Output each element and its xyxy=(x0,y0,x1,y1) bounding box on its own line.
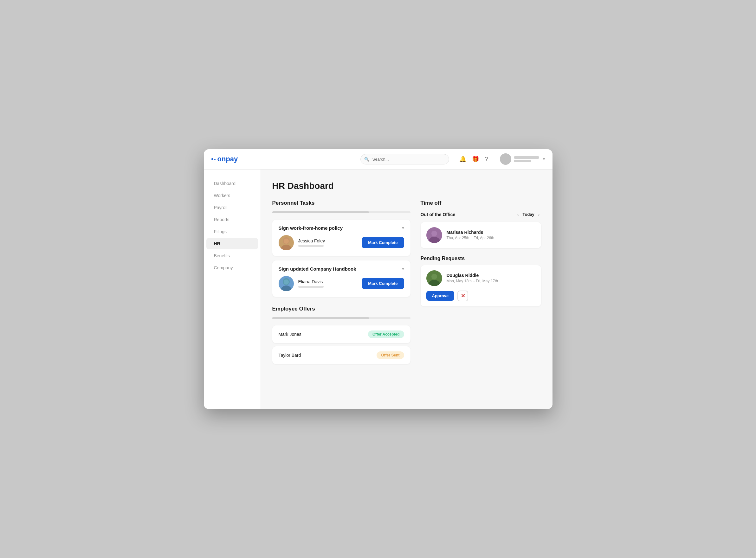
offer-name-1: Mark Jones xyxy=(279,332,301,337)
pending-requests-title: Pending Requests xyxy=(421,256,541,261)
user-info xyxy=(514,156,539,162)
right-column: Time off Out of the Office ‹ Today › xyxy=(421,200,541,367)
task-1-employee: Jessica Foley Mark Complete xyxy=(279,235,404,250)
jessica-sub-line xyxy=(298,245,324,247)
svg-point-3 xyxy=(280,285,292,291)
offer-badge-2: Offer Sent xyxy=(377,351,404,359)
personnel-tasks-title: Personnel Tasks xyxy=(272,200,410,206)
douglas-dates: Mon, May 13th – Fri, May 17th xyxy=(447,279,498,283)
task-card-2: Sign updated Company Handbook ▾ xyxy=(272,260,410,297)
mark-complete-btn-2[interactable]: Mark Complete xyxy=(362,278,404,289)
logo: onpay xyxy=(211,155,238,163)
douglas-info: Douglas Riddle Mon, May 13th – Fri, May … xyxy=(447,273,498,283)
left-column: Personnel Tasks Sign work-from-home poli… xyxy=(272,200,410,367)
sidebar-item-workers[interactable]: Workers xyxy=(206,190,258,201)
task-card-1: Sign work-from-home policy ▾ xyxy=(272,220,410,256)
offer-row-2: Taylor Bard Offer Sent xyxy=(272,346,410,364)
task-1-employee-name-wrap: Jessica Foley xyxy=(298,238,325,247)
personnel-tasks-progress xyxy=(272,211,410,213)
offer-badge-1: Offer Accepted xyxy=(368,330,404,338)
task-2-employee: Eliana Davis Mark Complete xyxy=(279,276,404,291)
mark-complete-btn-1[interactable]: Mark Complete xyxy=(362,237,404,248)
sidebar-item-filings[interactable]: Filings xyxy=(206,226,258,237)
timeoff-prev-btn[interactable]: ‹ xyxy=(516,211,520,218)
sidebar-item-dashboard[interactable]: Dashboard xyxy=(206,178,258,189)
jessica-name: Jessica Foley xyxy=(298,238,325,243)
user-area[interactable]: ▾ xyxy=(500,153,545,165)
jessica-avatar xyxy=(279,235,294,250)
eliana-avatar xyxy=(279,276,294,291)
logo-dot-2 xyxy=(214,159,216,160)
task-2-chevron-icon[interactable]: ▾ xyxy=(402,266,404,271)
task-1-employee-info: Jessica Foley xyxy=(279,235,325,250)
task-1-title: Sign work-from-home policy xyxy=(279,225,343,231)
main-layout: Dashboard Workers Payroll Reports Filing… xyxy=(204,170,553,409)
page-title: HR Dashboard xyxy=(272,181,541,191)
topbar-icons: 🔔 🎁 ? ▾ xyxy=(459,153,545,165)
sidebar-item-payroll[interactable]: Payroll xyxy=(206,202,258,213)
task-2-employee-name-wrap: Eliana Davis xyxy=(298,279,324,288)
topbar: onpay 🔍 🔔 🎁 ? ▾ xyxy=(204,149,553,170)
two-column-layout: Personnel Tasks Sign work-from-home poli… xyxy=(272,200,541,367)
task-1-header: Sign work-from-home policy ▾ xyxy=(279,225,404,231)
offers-progress xyxy=(272,317,410,319)
employee-offers-title: Employee Offers xyxy=(272,306,410,312)
offers-progress-fill xyxy=(272,317,369,319)
sidebar-item-reports[interactable]: Reports xyxy=(206,214,258,225)
task-2-title: Sign updated Company Handbook xyxy=(279,266,356,272)
sidebar-item-company[interactable]: Company xyxy=(206,262,258,274)
deny-button[interactable]: ✕ xyxy=(457,290,468,301)
marissa-avatar xyxy=(426,227,442,243)
douglas-avatar xyxy=(426,270,442,286)
pending-card: Douglas Riddle Mon, May 13th – Fri, May … xyxy=(421,265,541,306)
eliana-name: Eliana Davis xyxy=(298,279,324,284)
task-2-employee-info: Eliana Davis xyxy=(279,276,324,291)
logo-dot-1 xyxy=(211,158,213,160)
user-role-line xyxy=(514,160,531,162)
search-bar[interactable]: 🔍 xyxy=(360,154,449,164)
marissa-info: Marissa Richards Thu, Apr 25th – Fri, Ap… xyxy=(447,230,495,240)
user-avatar xyxy=(500,153,511,165)
logo-text: onpay xyxy=(218,155,238,163)
svg-point-6 xyxy=(428,237,440,243)
svg-point-8 xyxy=(431,231,437,236)
pending-card-top: Douglas Riddle Mon, May 13th – Fri, May … xyxy=(426,270,535,286)
help-icon[interactable]: ? xyxy=(485,156,488,162)
svg-point-0 xyxy=(280,245,292,250)
pending-actions: Approve ✕ xyxy=(426,290,535,301)
logo-icon xyxy=(211,158,216,160)
app-window: onpay 🔍 🔔 🎁 ? ▾ Dashboard Worke xyxy=(204,149,553,409)
progress-fill xyxy=(272,211,369,213)
sidebar-item-hr[interactable]: HR xyxy=(206,238,258,249)
svg-point-9 xyxy=(428,280,440,286)
timeoff-today-label: Today xyxy=(523,212,534,217)
content-area: HR Dashboard Personnel Tasks Sign work-f… xyxy=(261,170,553,409)
out-of-office-label: Out of the Office xyxy=(421,212,455,217)
bell-icon[interactable]: 🔔 xyxy=(459,156,466,162)
timeoff-nav: ‹ Today › xyxy=(516,211,541,218)
eliana-sub-line xyxy=(298,286,324,288)
task-1-chevron-icon[interactable]: ▾ xyxy=(402,225,404,230)
out-of-office-card: Marissa Richards Thu, Apr 25th – Fri, Ap… xyxy=(421,222,541,248)
out-of-office-header: Out of the Office ‹ Today › xyxy=(421,211,541,218)
marissa-dates: Thu, Apr 25th – Fri, Apr 26th xyxy=(447,236,495,240)
search-icon: 🔍 xyxy=(364,157,369,161)
time-off-title: Time off xyxy=(421,200,541,206)
offer-row-1: Mark Jones Offer Accepted xyxy=(272,325,410,343)
marissa-name: Marissa Richards xyxy=(447,230,495,235)
chevron-down-icon: ▾ xyxy=(543,157,545,161)
sidebar: Dashboard Workers Payroll Reports Filing… xyxy=(204,170,261,409)
timeoff-next-btn[interactable]: › xyxy=(537,211,541,218)
search-input[interactable] xyxy=(360,154,449,164)
user-name-line xyxy=(514,156,539,159)
douglas-name: Douglas Riddle xyxy=(447,273,498,278)
svg-point-11 xyxy=(431,274,437,279)
svg-point-2 xyxy=(284,238,289,244)
approve-button[interactable]: Approve xyxy=(426,291,455,301)
gift-icon[interactable]: 🎁 xyxy=(472,156,479,162)
offer-name-2: Taylor Bard xyxy=(279,353,301,358)
topbar-divider xyxy=(494,154,494,164)
sidebar-item-benefits[interactable]: Benefits xyxy=(206,250,258,261)
employee-offers-section: Employee Offers Mark Jones Offer Accepte… xyxy=(272,306,410,364)
task-2-header: Sign updated Company Handbook ▾ xyxy=(279,266,404,272)
